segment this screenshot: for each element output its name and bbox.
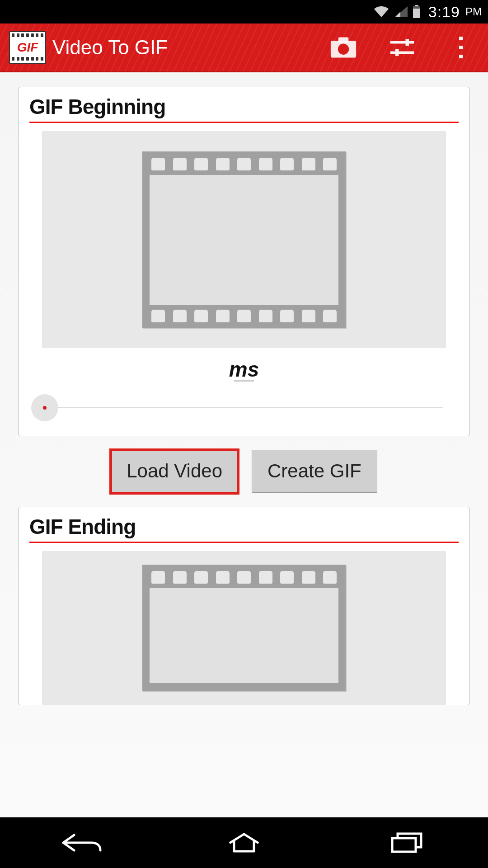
content-area: GIF Beginning ms Load Video Create GIF G… <box>0 72 488 817</box>
status-ampm: PM <box>465 5 482 18</box>
slider-thumb[interactable] <box>31 394 58 421</box>
svg-rect-13 <box>392 838 416 852</box>
svg-rect-0 <box>415 5 418 6</box>
status-bar: 3:19 PM <box>0 0 488 24</box>
svg-rect-12 <box>459 55 463 58</box>
filmstrip-icon <box>142 151 346 328</box>
status-time: 3:19 <box>428 3 460 21</box>
filmstrip-icon <box>142 565 346 691</box>
camera-icon[interactable] <box>330 34 357 61</box>
action-bar: GIF Video To GIF <box>0 24 488 72</box>
panel-gif-beginning: GIF Beginning ms <box>18 87 470 436</box>
panel-title-beginning: GIF Beginning <box>29 94 459 123</box>
cell-signal-icon <box>394 5 408 18</box>
svg-rect-10 <box>459 37 463 40</box>
panel-gif-ending: GIF Ending <box>18 507 470 705</box>
app-icon: GIF <box>9 31 46 64</box>
back-button[interactable] <box>54 829 108 856</box>
battery-icon <box>412 5 421 19</box>
ms-value-row: ms <box>29 357 459 382</box>
preview-ending <box>42 551 446 705</box>
svg-point-5 <box>338 44 349 55</box>
svg-rect-11 <box>459 46 463 49</box>
create-gif-button[interactable]: Create GIF <box>252 450 377 493</box>
app-icon-text: GIF <box>17 40 38 55</box>
panel-title-ending: GIF Ending <box>29 514 459 543</box>
svg-rect-7 <box>406 39 409 46</box>
app-title: Video To GIF <box>52 36 330 59</box>
wifi-icon <box>373 5 389 18</box>
svg-rect-9 <box>395 49 399 56</box>
preview-beginning <box>42 131 446 348</box>
ms-label: ms <box>229 358 259 381</box>
begin-slider[interactable] <box>31 392 457 423</box>
recent-apps-button[interactable] <box>380 829 434 856</box>
button-row: Load Video Create GIF <box>18 450 470 493</box>
svg-rect-4 <box>338 38 349 42</box>
svg-rect-2 <box>413 9 420 18</box>
load-video-button[interactable]: Load Video <box>111 450 238 493</box>
sliders-icon[interactable] <box>389 34 416 61</box>
overflow-menu-icon[interactable] <box>447 34 474 61</box>
nav-bar <box>0 817 488 868</box>
home-button[interactable] <box>217 829 271 856</box>
